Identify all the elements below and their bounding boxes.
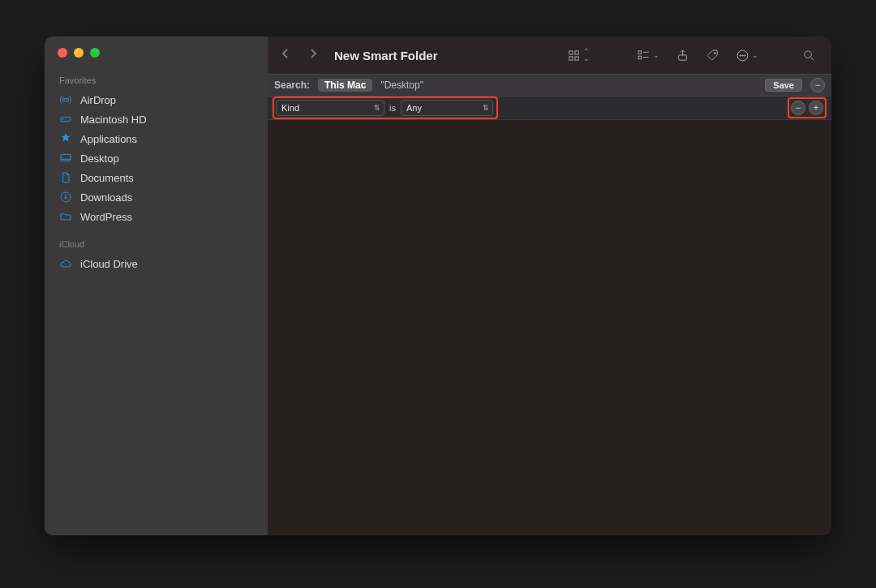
main-pane: New Smart Folder ⌃⌄ ⌄ ⌄ [268, 36, 831, 535]
sidebar-item-desktop[interactable]: Desktop [45, 148, 268, 168]
minimize-window-button[interactable] [74, 48, 84, 58]
svg-rect-3 [61, 154, 71, 161]
criteria-operator: is [389, 103, 396, 113]
sidebar-section-favorites: Favorites [45, 72, 268, 90]
criteria-attribute-popup[interactable]: Kind ⇅ [276, 100, 384, 116]
sidebar-item-label: WordPress [80, 211, 132, 223]
sidebar-item-label: Documents [80, 172, 134, 184]
scope-desktop[interactable]: "Desktop" [380, 79, 423, 91]
action-menu-button[interactable]: ⌄ [732, 46, 762, 65]
criteria-highlight-left: Kind ⇅ is Any ⇅ [273, 97, 498, 119]
sidebar: Favorites AirDrop Macintosh HD Applicati… [45, 36, 268, 535]
finder-window: Favorites AirDrop Macintosh HD Applicati… [45, 36, 831, 535]
svg-point-15 [742, 54, 743, 55]
svg-rect-8 [575, 56, 578, 59]
results-area [268, 120, 831, 535]
sidebar-item-wordpress[interactable]: WordPress [45, 207, 268, 226]
save-search-button[interactable]: Save [765, 79, 802, 92]
chevron-down-icon: ⌄ [653, 51, 659, 59]
svg-point-12 [714, 52, 715, 54]
svg-point-16 [745, 54, 745, 55]
zoom-window-button[interactable] [90, 48, 100, 58]
svg-point-14 [740, 54, 741, 55]
folder-icon [59, 210, 72, 223]
sidebar-item-label: Macintosh HD [80, 114, 147, 126]
search-criteria-row: Kind ⇅ is Any ⇅ − + [268, 97, 831, 120]
document-icon [59, 171, 72, 184]
sidebar-item-applications[interactable]: Applications [45, 129, 268, 148]
search-label: Search: [274, 79, 310, 91]
criteria-value-popup[interactable]: Any ⇅ [401, 100, 493, 116]
svg-point-0 [64, 98, 67, 101]
cloud-icon [59, 257, 72, 270]
chevron-down-icon: ⌄ [752, 51, 758, 59]
updown-icon: ⇅ [374, 105, 380, 112]
svg-point-17 [805, 50, 812, 58]
svg-rect-7 [569, 56, 573, 59]
svg-rect-5 [569, 50, 573, 54]
sidebar-item-downloads[interactable]: Downloads [45, 187, 268, 207]
svg-point-2 [62, 118, 63, 119]
criteria-highlight-right: − + [788, 97, 827, 118]
group-button[interactable]: ⌄ [633, 46, 663, 65]
svg-rect-10 [638, 56, 642, 59]
toolbar: New Smart Folder ⌃⌄ ⌄ ⌄ [268, 36, 831, 74]
sidebar-item-label: AirDrop [80, 94, 116, 106]
updown-icon: ⌃⌄ [583, 48, 590, 62]
search-button[interactable] [798, 46, 820, 65]
sidebar-item-label: Desktop [80, 152, 119, 165]
tags-button[interactable] [702, 46, 724, 65]
share-button[interactable] [672, 46, 694, 65]
search-scope-bar: Search: This Mac "Desktop" Save − [268, 74, 831, 97]
airdrop-icon [59, 93, 72, 106]
disk-icon [59, 113, 72, 126]
updown-icon: ⇅ [483, 105, 489, 112]
window-title: New Smart Folder [334, 49, 438, 62]
close-window-button[interactable] [58, 48, 67, 58]
sidebar-section-icloud: iCloud [45, 236, 268, 254]
applications-icon [59, 132, 72, 145]
forward-button[interactable] [303, 47, 323, 63]
sidebar-item-macintosh-hd[interactable]: Macintosh HD [45, 109, 268, 129]
remove-criteria-button[interactable]: − [810, 78, 825, 92]
sidebar-item-label: Applications [80, 133, 137, 145]
sidebar-item-icloud-drive[interactable]: iCloud Drive [45, 254, 268, 273]
window-controls [45, 48, 268, 58]
criteria-add-button[interactable]: + [809, 101, 823, 115]
scope-this-mac[interactable]: This Mac [318, 79, 372, 92]
sidebar-item-documents[interactable]: Documents [45, 168, 268, 187]
svg-rect-6 [575, 50, 578, 54]
svg-rect-9 [638, 50, 642, 54]
sidebar-item-airdrop[interactable]: AirDrop [45, 90, 268, 109]
desktop-icon [59, 152, 72, 165]
criteria-value: Any [406, 103, 422, 113]
sidebar-item-label: iCloud Drive [80, 258, 138, 270]
back-button[interactable] [276, 47, 295, 63]
criteria-attribute-value: Kind [281, 103, 299, 113]
criteria-remove-button[interactable]: − [791, 101, 805, 115]
download-icon [59, 191, 72, 204]
sidebar-item-label: Downloads [80, 191, 132, 204]
view-mode-button[interactable]: ⌃⌄ [563, 45, 594, 65]
